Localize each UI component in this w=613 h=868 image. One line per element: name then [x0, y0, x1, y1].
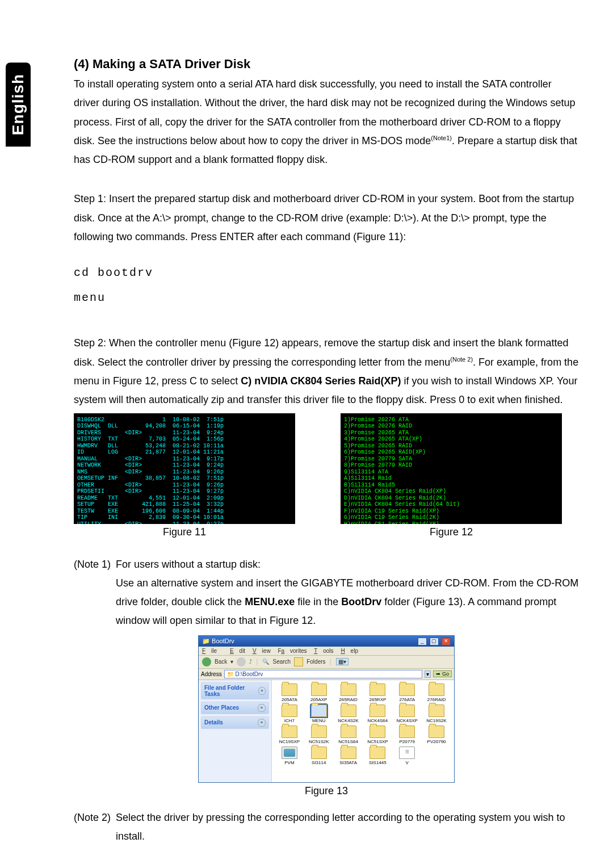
search-label[interactable]: Search [272, 659, 291, 665]
explorer-file-grid: 205ATA205AXP265RAID265RXP276ATA276RAIDIC… [272, 680, 454, 782]
note-2-body: Select the driver by pressing the corres… [116, 808, 579, 846]
chevron-icon[interactable]: » [258, 719, 266, 727]
back-label[interactable]: Back [215, 659, 227, 665]
folder-icon [311, 684, 327, 696]
back-dropdown-icon[interactable]: ▾ [230, 659, 233, 665]
file-item[interactable]: NC51S2K [305, 726, 333, 744]
folder-icon [282, 705, 297, 717]
explorer-title-text: 📁 BootDrv [202, 638, 234, 645]
step-2: Step 2: When the controller menu (Figure… [74, 334, 579, 409]
folder-icon-selected [311, 705, 327, 717]
separator: │ [255, 659, 259, 665]
step-2-bold: C) nVIDIA CK804 Series Raid(XP) [241, 375, 401, 387]
file-label: PVM [275, 760, 304, 765]
back-icon[interactable] [202, 657, 211, 666]
chevron-icon[interactable]: » [258, 704, 266, 712]
figure-13-caption: Figure 13 [74, 785, 579, 797]
go-button[interactable]: ➡ Go [433, 670, 452, 677]
folders-label[interactable]: Folders [306, 659, 325, 665]
file-item[interactable]: PVM [275, 747, 304, 765]
note-1-line-1: For users without a startup disk: [116, 559, 261, 570]
file-item[interactable]: 205AXP [305, 684, 333, 702]
file-item[interactable]: NC19SXP [275, 726, 304, 744]
dos-window-figure-12: 1)Promise 20276 ATA 2)Promise 20276 RAID… [341, 413, 562, 524]
side-panel-tasks[interactable]: File and Folder Tasks» [201, 682, 269, 699]
views-icon[interactable]: ▦▾ [336, 658, 349, 665]
section-heading: (4) Making a SATA Driver Disk [74, 57, 579, 72]
file-label: MENU [305, 718, 333, 723]
dos-screenshot-row: B100DSK2 1 10-08-02 7:51p DISWHQL DLL 94… [74, 413, 579, 544]
menu-view[interactable]: View [253, 648, 271, 654]
file-label: 205AXP [305, 697, 333, 702]
folder-icon [311, 726, 327, 738]
file-item[interactable]: 205ATA [275, 684, 304, 702]
file-item[interactable]: 276RAID [422, 684, 451, 702]
file-item[interactable]: SI3114 [305, 747, 333, 765]
folder-icon [429, 726, 444, 738]
up-icon[interactable]: ⤴ [249, 659, 252, 665]
explorer-sidebar: File and Folder Tasks» Other Places» Det… [199, 680, 272, 782]
language-tab: English [6, 62, 31, 146]
file-item[interactable]: NC51SXP [363, 726, 392, 744]
file-label: PV20790 [422, 739, 451, 744]
note-1-label: (Note 1) [74, 555, 116, 631]
note-1-bold-1: MENU.exe [245, 596, 295, 607]
file-label: SIS1445 [363, 760, 392, 765]
intro-note-ref: (Note1) [431, 135, 452, 141]
menu-edit[interactable]: Edit [230, 648, 245, 654]
file-label: P20779 [393, 739, 421, 744]
menu-help[interactable]: Help [341, 648, 358, 654]
address-dropdown-icon[interactable]: ▾ [425, 670, 431, 678]
file-item[interactable]: NCK4SXP [393, 705, 421, 723]
address-field[interactable]: 📁 D:\BootDrv [224, 670, 423, 678]
step-1: Step 1: Insert the prepared startup disk… [74, 190, 579, 246]
folder-icon [370, 747, 385, 759]
command-1: cd bootdrv [74, 263, 579, 283]
menu-tools[interactable]: Tools [314, 648, 333, 654]
figure-12-caption: Figure 12 [341, 526, 562, 538]
minimize-button[interactable]: _ [418, 638, 427, 645]
file-label: NC19SXP [275, 739, 304, 744]
folder-icon [341, 684, 356, 696]
folder-icon [370, 705, 385, 717]
folders-icon[interactable] [294, 657, 303, 666]
folder-icon [429, 705, 444, 717]
forward-icon[interactable] [237, 657, 246, 666]
file-item[interactable]: P20779 [393, 726, 421, 744]
file-item[interactable]: SIS1445 [363, 747, 392, 765]
file-item[interactable]: NC51S64 [334, 726, 363, 744]
file-item[interactable]: PV20790 [422, 726, 451, 744]
file-item[interactable]: 276ATA [393, 684, 421, 702]
file-item[interactable]: SI35ATA [334, 747, 363, 765]
file-item[interactable]: MENU [305, 705, 333, 723]
file-item[interactable]: NCK4S64 [363, 705, 392, 723]
file-item[interactable]: NCK4S2K [334, 705, 363, 723]
file-label: 276RAID [422, 697, 451, 702]
file-item[interactable]: 265RXP [363, 684, 392, 702]
side-panel-places[interactable]: Other Places» [201, 702, 269, 714]
folder-icon [399, 726, 415, 738]
folder-icon [341, 726, 356, 738]
file-label: 276ATA [393, 697, 421, 702]
address-label: Address [201, 671, 222, 677]
maximize-button[interactable]: ▢ [430, 638, 439, 645]
search-icon[interactable]: 🔍 [262, 659, 269, 665]
folder-icon [429, 684, 444, 696]
side-panel-details[interactable]: Details» [201, 716, 269, 729]
menu-favorites[interactable]: Favorites [278, 648, 306, 654]
file-item[interactable]: V [393, 747, 421, 765]
file-item[interactable]: NC19S2K [422, 705, 451, 723]
menu-file[interactable]: File [202, 648, 222, 654]
dos-window-figure-11: B100DSK2 1 10-08-02 7:51p DISWHQL DLL 94… [74, 413, 295, 524]
file-label: 205ATA [275, 697, 304, 702]
explorer-addressbar: Address 📁 D:\BootDrv ▾ ➡ Go [199, 669, 454, 680]
explorer-menubar: File Edit View Favorites Tools Help [199, 647, 454, 656]
folder-icon [399, 684, 415, 696]
folder-icon [370, 726, 385, 738]
file-label: NC51S64 [334, 739, 363, 744]
window-buttons: _ ▢ ✕ [417, 637, 451, 645]
close-button[interactable]: ✕ [442, 638, 451, 645]
file-item[interactable]: ICH7 [275, 705, 304, 723]
chevron-icon[interactable]: » [258, 687, 266, 695]
file-item[interactable]: 265RAID [334, 684, 363, 702]
